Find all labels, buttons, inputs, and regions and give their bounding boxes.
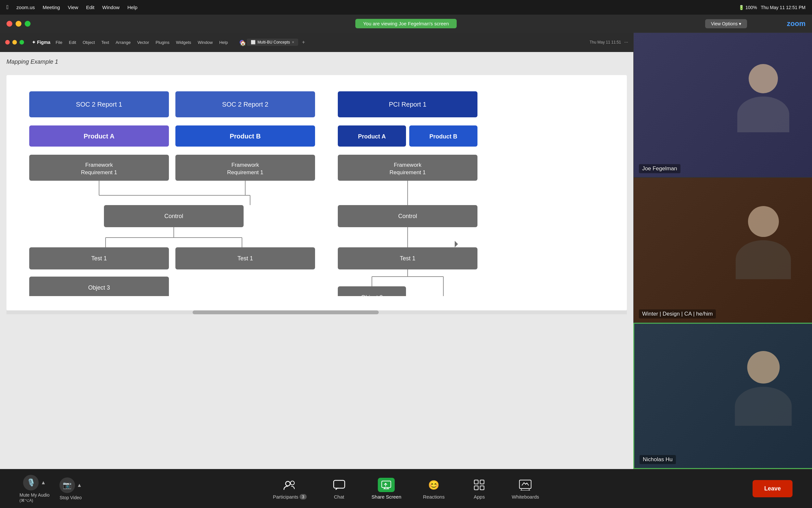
figma-logo: ✦ Figma: [32, 40, 50, 45]
mute-label: Mute My Audio (⌘⌥A): [19, 493, 50, 503]
fw-label-3b: Requirement 1: [389, 169, 426, 175]
video-btn-row: 📷 ▲: [59, 477, 82, 493]
figma-settings-icon[interactable]: ⋯: [624, 40, 628, 45]
apps-label: Apps: [474, 494, 485, 500]
zoom-logo: zoom: [787, 19, 806, 28]
main-area: ✦ Figma File Edit Object Text Arrange Ve…: [0, 33, 812, 469]
video-tile-winter: Winter | Design | CA | he/him: [633, 177, 812, 323]
reactions-button[interactable]: 😊 Reactions: [421, 478, 447, 500]
figma-menu-vector[interactable]: Vector: [137, 40, 149, 45]
figma-menus: File Edit Object Text Arrange Vector Plu…: [55, 40, 228, 45]
cursor-indicator: [455, 241, 458, 247]
figma-menu-object[interactable]: Object: [83, 40, 95, 45]
share-screen-button[interactable]: Share Screen: [372, 478, 401, 500]
report-label-3: PCI Report 1: [389, 101, 426, 108]
svg-rect-5: [475, 480, 478, 484]
control-label-shared: Control: [164, 213, 183, 219]
video-bg-joe: [634, 33, 812, 177]
figma-menu-edit[interactable]: Edit: [69, 40, 76, 45]
figma-close[interactable]: [5, 40, 10, 45]
figma-traffic-lights: [5, 40, 24, 45]
fw-label-1a: Framework: [85, 162, 113, 168]
figma-minimize[interactable]: [12, 40, 17, 45]
figma-timestamp: Thu May 11 11:51: [589, 40, 621, 45]
person-head-winter: [748, 206, 779, 237]
menu-meeting[interactable]: Meeting: [43, 5, 60, 10]
figma-right-tools: Thu May 11 11:51 ⋯: [589, 40, 628, 45]
figma-menu-help[interactable]: Help: [219, 40, 228, 45]
chat-button[interactable]: Chat: [326, 478, 352, 500]
figma-scrollbar-thumb[interactable]: [193, 310, 379, 314]
share-screen-label: Share Screen: [372, 494, 401, 500]
person-head-nicholas: [747, 351, 779, 383]
menu-edit[interactable]: Edit: [86, 5, 95, 10]
close-button[interactable]: [6, 21, 12, 27]
mute-caret[interactable]: ▲: [41, 480, 46, 485]
apple-logo-icon: : [6, 4, 9, 11]
mute-button[interactable]: 🎙️: [23, 475, 39, 491]
svg-rect-6: [480, 480, 484, 484]
stop-video-button[interactable]: 📷: [59, 477, 75, 493]
status-icons: 🔋 100% Thu May 11 12:51 PM: [738, 5, 806, 10]
figma-menu-arrange[interactable]: Arrange: [115, 40, 131, 45]
figma-menu-file[interactable]: File: [55, 40, 62, 45]
figma-menu-widgets[interactable]: Widgets: [176, 40, 191, 45]
test-label-1: Test 1: [91, 255, 107, 262]
person-silhouette-winter: [736, 206, 791, 279]
figma-home-icon[interactable]: 🏠: [240, 40, 244, 45]
figma-tab-close[interactable]: ×: [292, 40, 294, 45]
product-label-1: Product A: [84, 133, 115, 140]
figma-maximize[interactable]: [19, 40, 24, 45]
diagram-svg: SOC 2 Report 1 Product A Framework Requi…: [26, 88, 594, 296]
participants-button[interactable]: Participants 3: [273, 478, 306, 500]
menu-view[interactable]: View: [68, 5, 78, 10]
figma-menu-window[interactable]: Window: [198, 40, 213, 45]
fw-label-2b: Requirement 1: [227, 169, 264, 175]
video-control: 📷 ▲ Stop Video: [59, 477, 82, 500]
video-bg-winter: [634, 178, 812, 322]
participants-count: 3: [300, 494, 306, 500]
menu-zoom[interactable]: zoom.us: [16, 5, 35, 10]
view-options-button[interactable]: View Options ▾: [705, 19, 747, 28]
minimize-button[interactable]: [15, 21, 21, 27]
fw-label-1b: Requirement 1: [81, 169, 117, 175]
control-label-3: Control: [398, 213, 417, 219]
video-label-winter: Winter | Design | CA | he/him: [639, 309, 716, 319]
diagram-container: SOC 2 Report 1 Product A Framework Requi…: [6, 75, 627, 310]
video-caret[interactable]: ▲: [77, 482, 82, 488]
sharing-badge: You are viewing Joe Fegelman's screen: [355, 19, 457, 28]
canvas-title: Mapping Example 1: [6, 58, 627, 65]
menu-window[interactable]: Window: [102, 5, 120, 10]
obj-label-1: Object 3: [88, 284, 110, 291]
fw-label-2a: Framework: [231, 162, 259, 168]
figma-menu-plugins[interactable]: Plugins: [155, 40, 170, 45]
figma-tab-icon: ⬜: [251, 40, 256, 45]
menu-help[interactable]: Help: [127, 5, 137, 10]
reactions-icon: 😊: [427, 478, 441, 492]
figma-tab-active[interactable]: ⬜ Multi-BU Concepts ×: [247, 39, 298, 46]
whiteboards-button[interactable]: Whiteboards: [512, 478, 539, 500]
menubar-right: 🔋 100% Thu May 11 12:51 PM: [738, 5, 806, 10]
maximize-button[interactable]: [25, 21, 31, 27]
figma-screen-share: ✦ Figma File Edit Object Text Arrange Ve…: [0, 33, 633, 469]
share-screen-icon: [378, 478, 395, 492]
video-label-nicholas: Nicholas Hu: [639, 455, 676, 464]
figma-canvas[interactable]: Mapping Example 1 SOC 2 Report 1 Product…: [0, 52, 633, 469]
person-body-nicholas: [735, 387, 792, 426]
window-traffic-lights: [6, 21, 31, 27]
figma-tab-add[interactable]: +: [299, 38, 307, 46]
apps-icon: [472, 478, 486, 492]
report-label-1: SOC 2 Report 1: [76, 101, 122, 108]
video-bg-nicholas: [634, 324, 812, 468]
figma-menu-text[interactable]: Text: [101, 40, 109, 45]
svg-point-0: [286, 481, 290, 486]
person-silhouette-joe: [737, 64, 789, 132]
video-tile-nicholas: Nicholas Hu: [633, 323, 812, 469]
apps-button[interactable]: Apps: [466, 478, 492, 500]
video-tile-joe: Joe Fegelman ⛶: [633, 33, 812, 177]
figma-topbar: ✦ Figma File Edit Object Text Arrange Ve…: [0, 33, 633, 52]
menubar-left:  zoom.us Meeting View Edit Window Help: [6, 4, 137, 11]
stop-video-label: Stop Video: [59, 495, 82, 500]
figma-scrollbar-h[interactable]: [6, 310, 627, 314]
leave-button[interactable]: Leave: [753, 480, 793, 497]
